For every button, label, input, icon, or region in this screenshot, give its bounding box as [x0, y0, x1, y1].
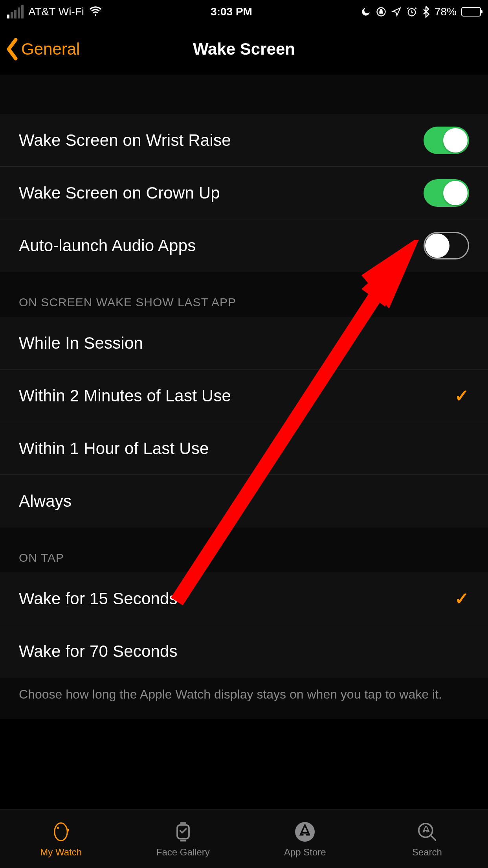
status-bar: AT&T Wi-Fi 3:03 PM 78%	[0, 0, 488, 24]
watch-icon	[49, 820, 73, 844]
row-label: Within 1 Hour of Last Use	[19, 439, 209, 458]
tab-label: App Store	[284, 847, 326, 858]
svg-rect-7	[68, 829, 69, 831]
status-time: 3:03 PM	[211, 6, 252, 18]
row-wake-wrist-raise: Wake Screen on Wrist Raise	[0, 114, 488, 167]
cell-signal-icon	[7, 5, 24, 18]
toggle-crown-up[interactable]	[424, 179, 469, 207]
checkmark-icon: ✓	[455, 386, 469, 406]
on-tap-group: Wake for 15 Seconds ✓ Wake for 70 Second…	[0, 572, 488, 678]
back-button[interactable]: General	[0, 37, 80, 61]
row-label: Wake for 15 Seconds	[19, 589, 178, 608]
section-header-on-tap: ON TAP	[0, 528, 488, 572]
tab-app-store[interactable]: App Store	[244, 809, 366, 868]
tab-search[interactable]: Search	[366, 809, 488, 868]
face-gallery-icon	[171, 820, 195, 844]
bluetooth-icon	[422, 6, 430, 18]
checkmark-icon: ✓	[455, 588, 469, 609]
section-spacer	[0, 75, 488, 114]
back-label: General	[21, 40, 80, 59]
row-label: Wake Screen on Wrist Raise	[19, 131, 231, 150]
wifi-icon	[89, 4, 102, 20]
tab-label: Search	[412, 847, 442, 858]
row-label: While In Session	[19, 334, 143, 353]
toggle-auto-launch-audio[interactable]	[424, 232, 469, 259]
tab-my-watch[interactable]: My Watch	[0, 809, 122, 868]
app-store-icon	[293, 820, 317, 844]
row-label: Wake Screen on Crown Up	[19, 184, 220, 202]
option-within-2-minutes[interactable]: Within 2 Minutes of Last Use ✓	[0, 370, 488, 422]
last-app-group: While In Session Within 2 Minutes of Las…	[0, 317, 488, 528]
option-while-in-session[interactable]: While In Session	[0, 317, 488, 370]
nav-bar: General Wake Screen	[0, 24, 488, 75]
section-header-last-app: ON SCREEN WAKE SHOW LAST APP	[0, 272, 488, 317]
row-wake-crown-up: Wake Screen on Crown Up	[0, 167, 488, 219]
option-within-1-hour[interactable]: Within 1 Hour of Last Use	[0, 422, 488, 475]
alarm-icon	[406, 6, 417, 17]
option-wake-15-seconds[interactable]: Wake for 15 Seconds ✓	[0, 572, 488, 625]
carrier-label: AT&T Wi-Fi	[28, 6, 84, 18]
svg-point-8	[57, 827, 59, 829]
row-label: Always	[19, 492, 72, 511]
svg-point-6	[55, 823, 68, 840]
search-icon	[415, 820, 439, 844]
toggle-group: Wake Screen on Wrist Raise Wake Screen o…	[0, 114, 488, 272]
moon-icon	[361, 7, 371, 17]
row-auto-launch-audio: Auto-launch Audio Apps	[0, 219, 488, 272]
tab-bar: My Watch Face Gallery App Store Search	[0, 809, 488, 868]
tab-label: My Watch	[40, 847, 82, 858]
tab-label: Face Gallery	[156, 847, 210, 858]
battery-percent: 78%	[435, 6, 457, 18]
row-label: Within 2 Minutes of Last Use	[19, 386, 231, 405]
location-icon	[391, 7, 402, 17]
row-label: Wake for 70 Seconds	[19, 642, 178, 661]
battery-icon	[461, 7, 481, 17]
toggle-wrist-raise[interactable]	[424, 127, 469, 154]
tab-face-gallery[interactable]: Face Gallery	[122, 809, 244, 868]
section-footer-on-tap: Choose how long the Apple Watch display …	[0, 678, 488, 719]
option-wake-70-seconds[interactable]: Wake for 70 Seconds	[0, 625, 488, 678]
row-label: Auto-launch Audio Apps	[19, 236, 196, 255]
orientation-lock-icon	[376, 6, 387, 17]
option-always[interactable]: Always	[0, 475, 488, 528]
